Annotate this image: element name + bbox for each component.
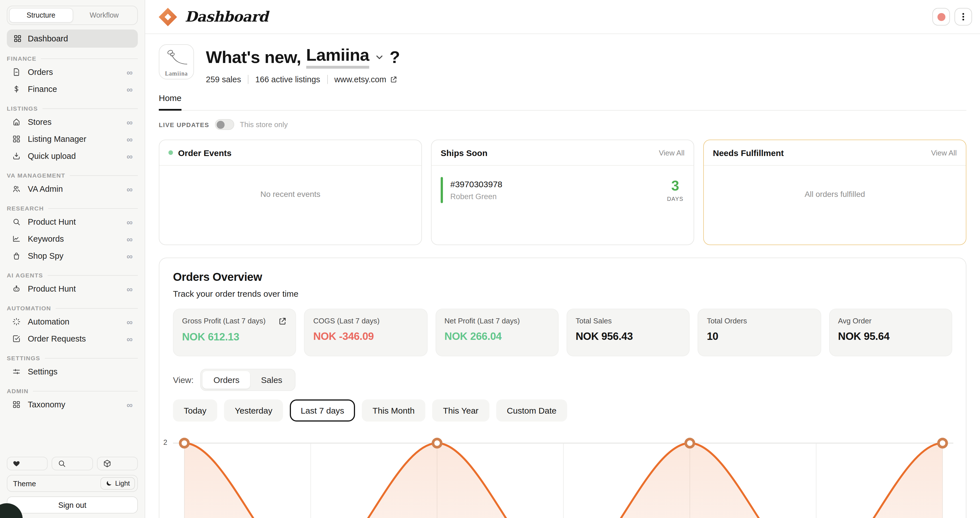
link-infinity-icon[interactable]: ∞ [127, 135, 133, 143]
sign-out-button[interactable]: Sign out [7, 496, 138, 513]
grid-icon [12, 134, 22, 144]
sidebar-item-label: Quick upload [28, 151, 76, 161]
shipment-row[interactable]: #3970303978 Robert Green 3 DAYS [431, 166, 694, 203]
line-chart [173, 428, 953, 518]
moon-icon [105, 480, 112, 487]
search-button[interactable] [52, 457, 93, 470]
package-button[interactable] [97, 457, 138, 470]
range-button-custom-date[interactable]: Custom Date [496, 399, 567, 422]
stat-value: NOK 266.04 [444, 330, 550, 343]
sidebar-item-shop-spy[interactable]: Shop Spy∞ [7, 247, 138, 265]
sidebar-item-label: Taxonomy [28, 400, 65, 409]
range-button-today[interactable]: Today [173, 399, 217, 422]
sidebar-item-label: Keywords [28, 234, 64, 244]
this-store-only-label: This store only [240, 120, 288, 129]
range-button-this-year[interactable]: This Year [432, 399, 489, 422]
sidebar-item-taxonomy[interactable]: Taxonomy∞ [7, 396, 138, 413]
sliders-icon [12, 367, 22, 376]
theme-row: Theme Light [7, 475, 138, 492]
title-prefix: What's new, [206, 47, 301, 67]
link-infinity-icon[interactable]: ∞ [127, 185, 133, 193]
sidebar-item-stores[interactable]: Stores∞ [7, 113, 138, 131]
store-link[interactable]: www.etsy.com [327, 75, 398, 84]
view-all-link[interactable]: View All [659, 148, 684, 157]
link-infinity-icon[interactable]: ∞ [127, 400, 133, 409]
sidebar-item-finance[interactable]: Finance∞ [7, 81, 138, 97]
orders-trend-chart: 2 [173, 428, 952, 496]
view-label: View: [173, 375, 194, 385]
link-infinity-icon[interactable]: ∞ [127, 335, 133, 343]
butterfly-sketch-icon [164, 49, 189, 68]
store-name-dropdown[interactable]: Lamiina [306, 45, 369, 69]
sidebar-item-dashboard[interactable]: Dashboard [7, 30, 138, 48]
sidebar: Structure Workflow Dashboard FINANCEOrde… [0, 0, 145, 518]
view-option-sales[interactable]: Sales [250, 371, 293, 389]
theme-toggle-button[interactable]: Light [100, 477, 135, 489]
stat-label: Net Profit (Last 7 days) [444, 317, 520, 325]
sidebar-item-settings[interactable]: Settings [7, 363, 138, 380]
sidebar-section-label: LISTINGS [7, 105, 138, 112]
sidebar-item-order-requests[interactable]: Order Requests∞ [7, 330, 138, 347]
cube-icon [102, 459, 111, 468]
favorites-button[interactable] [7, 457, 48, 470]
sidebar-item-automation[interactable]: Automation∞ [7, 313, 138, 330]
store-url[interactable]: www.etsy.com [334, 75, 386, 84]
sidebar-item-label: Dashboard [28, 34, 68, 43]
sidebar-item-product-hunt[interactable]: Product Hunt∞ [7, 213, 138, 230]
sidebar-item-label: Product Hunt [28, 217, 76, 226]
link-infinity-icon[interactable]: ∞ [127, 234, 133, 243]
sidebar-item-orders[interactable]: Orders∞ [7, 64, 138, 81]
link-infinity-icon[interactable]: ∞ [127, 252, 133, 260]
empty-state-text: All orders fulfilled [704, 190, 966, 199]
order-id: #3970303978 [450, 179, 503, 189]
sidebar-section-label: FINANCE [7, 55, 138, 62]
link-infinity-icon[interactable]: ∞ [127, 85, 133, 93]
record-button[interactable] [932, 8, 950, 26]
this-store-only-toggle[interactable] [215, 119, 234, 130]
y-axis-tick: 2 [163, 438, 167, 446]
sidebar-item-listing-manager[interactable]: Listing Manager∞ [7, 131, 138, 148]
needs-fulfillment-card: Needs Fulfillment View All All orders fu… [703, 140, 966, 245]
help-question-mark[interactable]: ? [390, 47, 400, 67]
card-title: Order Events [178, 148, 231, 158]
top-bar: Dashboard [145, 0, 980, 34]
section-title: Orders Overview [173, 271, 952, 284]
range-button-this-month[interactable]: This Month [362, 399, 425, 422]
view-all-link[interactable]: View All [931, 148, 957, 157]
view-option-orders[interactable]: Orders [203, 371, 250, 389]
document-icon [12, 67, 22, 77]
link-infinity-icon[interactable]: ∞ [127, 218, 133, 226]
active-listings-count: 166 active listings [248, 75, 320, 84]
link-infinity-icon[interactable]: ∞ [127, 68, 133, 76]
app-logo: Dashboard [158, 6, 268, 27]
sales-count: 259 sales [206, 75, 241, 84]
stat-card-net-profit-last-7-days-: Net Profit (Last 7 days)NOK 266.04 [435, 309, 558, 356]
chevron-down-icon[interactable] [374, 52, 385, 62]
tab-home[interactable]: Home [159, 93, 181, 111]
more-menu-button[interactable] [955, 8, 972, 26]
sidebar-item-product-hunt[interactable]: Product Hunt∞ [7, 280, 138, 297]
link-infinity-icon[interactable]: ∞ [127, 285, 133, 293]
store-avatar[interactable]: Lamiina [159, 44, 194, 80]
range-button-last-7-days[interactable]: Last 7 days [290, 399, 355, 422]
sidebar-item-label: Order Requests [28, 334, 86, 343]
tab-structure[interactable]: Structure [9, 8, 73, 23]
external-link-icon[interactable] [278, 317, 287, 326]
range-button-yesterday[interactable]: Yesterday [224, 399, 283, 422]
sidebar-item-keywords[interactable]: Keywords∞ [7, 230, 138, 247]
link-infinity-icon[interactable]: ∞ [127, 152, 133, 160]
view-switch-row: View: Orders Sales [173, 369, 952, 391]
stat-card-cogs-last-7-days-: COGS (Last 7 days)NOK -346.09 [304, 309, 428, 356]
stat-card-total-orders: Total Orders10 [698, 309, 821, 356]
sidebar-item-quick-upload[interactable]: Quick upload∞ [7, 148, 138, 164]
days-value: 3 [667, 179, 683, 193]
live-updates-label: LIVE UPDATES [159, 121, 209, 128]
link-infinity-icon[interactable]: ∞ [127, 118, 133, 126]
logo-text: Dashboard [185, 8, 268, 25]
external-link-icon [390, 75, 398, 83]
sidebar-item-va-admin[interactable]: VA Admin∞ [7, 180, 138, 198]
search-icon [12, 217, 22, 227]
link-infinity-icon[interactable]: ∞ [127, 317, 133, 326]
tab-workflow[interactable]: Workflow [73, 8, 135, 23]
theme-value: Light [115, 480, 130, 488]
